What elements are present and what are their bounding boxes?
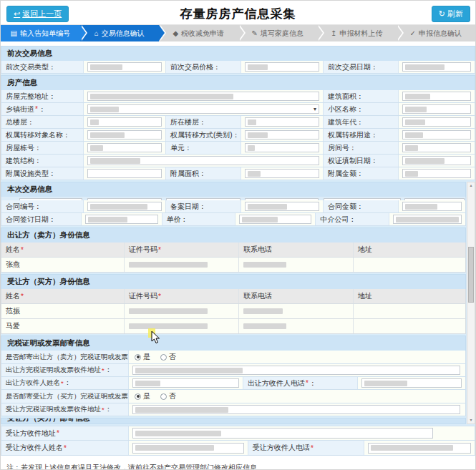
step-tax-reduction[interactable]: ◆ 税收减免申请 xyxy=(159,25,238,41)
transfer-use-input[interactable] xyxy=(402,130,471,139)
radio-label[interactable]: 否 xyxy=(169,352,176,362)
mail-seller-no-radio[interactable] xyxy=(160,354,167,361)
floor-input[interactable] xyxy=(245,117,319,127)
radio-label[interactable]: 是 xyxy=(143,391,150,401)
masked-value xyxy=(90,158,140,164)
field-label: 房屋栋号： xyxy=(1,142,84,154)
section-title: 房产信息 xyxy=(1,75,475,90)
section-title: 受让方（买方）邮寄信息 xyxy=(1,418,465,424)
seller-recipient-name-input[interactable] xyxy=(132,378,239,388)
step-transaction-confirm[interactable]: ⌂ 交易信息确认 xyxy=(80,25,160,41)
prev-type-input[interactable] xyxy=(87,62,162,72)
radio-label[interactable]: 否 xyxy=(169,391,176,401)
table-row[interactable]: 马爱 xyxy=(1,319,466,334)
mail-buyer-yes-radio[interactable] xyxy=(135,393,141,400)
form-area: 前次交易信息 前次交易类型： 前次交易价格： 前次交易日期： 房产信息 房屋完整… xyxy=(1,46,475,456)
building-area-input[interactable] xyxy=(402,92,471,101)
annex-amount-input[interactable] xyxy=(402,169,471,178)
town-street-select[interactable]: ▾ xyxy=(87,104,319,114)
estate-name-input[interactable] xyxy=(402,104,471,114)
tag-icon: ◆ xyxy=(173,30,178,37)
record-date-input[interactable] xyxy=(245,202,319,211)
contract-no-input[interactable] xyxy=(87,202,162,211)
scroll-up-arrow-icon[interactable]: ▴ xyxy=(467,182,475,189)
masked-value xyxy=(243,308,283,314)
scroll-down-arrow-icon[interactable]: ▾ xyxy=(467,417,475,424)
masked-value xyxy=(129,323,208,329)
document-icon: ▤ xyxy=(11,30,17,37)
note-text: 注：若发现上述信息有误且无法修改，请前往不动产交易管理部门修改相应信息 xyxy=(6,461,470,470)
buyer-recipient-phone-input[interactable] xyxy=(368,443,471,454)
step-label: 输入告知单编号 xyxy=(20,29,70,39)
refresh-button[interactable]: ↻ 刷新 xyxy=(432,6,470,22)
field-label: 备案日期： xyxy=(166,200,241,212)
sign-date-input[interactable] xyxy=(85,215,157,224)
annex-area-input[interactable] xyxy=(245,169,319,178)
masked-value xyxy=(405,64,445,70)
page-title: 存量房房产信息采集 xyxy=(1,6,475,22)
table-header-row: 姓名* 证件号码* 联系电话 地址 xyxy=(1,243,466,258)
step-label: 交易信息确认 xyxy=(102,29,145,39)
room-no-input[interactable] xyxy=(402,143,471,152)
contract-amount-input[interactable] xyxy=(402,202,462,211)
table-row[interactable]: 范振 xyxy=(1,304,466,319)
unit-price-input[interactable] xyxy=(239,215,311,224)
transfer-type-input[interactable] xyxy=(245,130,319,139)
form-row: 出让方收件人姓名*： 出让方收件人电话*： xyxy=(1,377,466,390)
masked-value xyxy=(135,381,160,386)
field-label: 单价： xyxy=(162,213,236,225)
field-label: 出让方收件人电话*： xyxy=(243,377,358,389)
clipped-row xyxy=(1,197,466,200)
seller-mail-address-input[interactable] xyxy=(132,366,460,375)
field-label: 单元： xyxy=(166,142,241,154)
total-floors-input[interactable] xyxy=(87,117,162,127)
section-property-info: 房产信息 房屋完整地址： 建筑面积： 乡镇街道*： ▾ 小区名称： 总楼层： 所… xyxy=(1,75,475,180)
required-marker: * xyxy=(20,293,24,300)
structure-input[interactable] xyxy=(87,156,319,165)
seller-name: 张燕 xyxy=(1,258,125,272)
full-address-input[interactable] xyxy=(87,92,319,101)
unit-input[interactable] xyxy=(245,143,319,152)
building-no-input[interactable] xyxy=(87,143,162,152)
vertical-scrollbar[interactable]: ▴ ▾ xyxy=(467,182,475,424)
agency-input[interactable] xyxy=(393,215,462,224)
table-row[interactable]: 张燕 xyxy=(1,258,466,273)
masked-value xyxy=(405,204,437,210)
step-declare-confirm[interactable]: ✓ 申报信息确认 xyxy=(397,25,476,41)
masked-value xyxy=(242,217,278,222)
section-buyer-mailing: 受让方收件地址* 受让方收件人姓名* 受让方收件人电话* xyxy=(1,426,475,456)
masked-value xyxy=(248,64,268,70)
masked-value xyxy=(405,132,423,138)
buyer-recipient-name-input[interactable] xyxy=(132,443,244,454)
field-label: 前次交易类型： xyxy=(1,61,84,73)
step-label: 填写家庭信息 xyxy=(261,29,303,39)
step-input-notice-number[interactable]: ▤ 输入告知单编号 xyxy=(1,25,80,41)
step-family-info[interactable]: ✎ 填写家庭信息 xyxy=(238,25,318,41)
prev-price-input[interactable] xyxy=(245,62,319,72)
masked-value xyxy=(90,94,233,99)
col-tel: 联系电话 xyxy=(239,243,354,257)
buyer-mail-address-input[interactable] xyxy=(132,405,460,414)
buyer-recipient-address-input[interactable] xyxy=(132,428,433,439)
masked-value xyxy=(243,323,286,329)
step-material-upload[interactable]: ↥ 申报材料上传 xyxy=(317,25,397,41)
cert-date-input[interactable] xyxy=(402,156,471,165)
form-row: 是否邮寄受让方（买方）完税证明或发票 是 否 xyxy=(1,390,466,403)
masked-value xyxy=(135,407,228,413)
radio-label[interactable]: 是 xyxy=(143,352,150,362)
field-label: 是否邮寄出让方（卖方）完税证明或发票 xyxy=(1,351,129,363)
masked-value xyxy=(129,308,208,314)
masked-value xyxy=(88,217,127,222)
masked-value xyxy=(405,94,430,99)
scrollbar-thumb[interactable] xyxy=(468,247,474,303)
transfer-target-input[interactable] xyxy=(87,130,162,139)
prev-date-input[interactable] xyxy=(402,62,471,72)
build-year-input[interactable] xyxy=(402,117,471,127)
required-marker: * xyxy=(56,429,60,437)
mail-buyer-no-radio[interactable] xyxy=(160,393,167,400)
annex-type-input[interactable] xyxy=(87,169,162,178)
mail-seller-yes-radio[interactable] xyxy=(135,354,141,361)
masked-value xyxy=(90,64,122,70)
table-header-row: 姓名* 证件号码* 联系电话 地址 xyxy=(1,289,466,304)
seller-recipient-phone-input[interactable] xyxy=(361,378,462,388)
